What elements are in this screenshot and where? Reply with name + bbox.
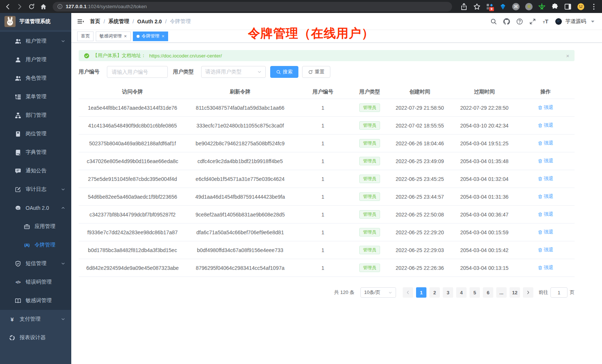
- profile-avatar[interactable]: [577, 3, 585, 10]
- sidebar-item[interactable]: 报表设计器: [0, 328, 71, 347]
- table-header: 访问令牌刷新令牌用户编号用户类型创建时间过期时间操作: [79, 85, 575, 99]
- table-row: 6d842e2924594de9a09e45e087323abe 8796295…: [79, 259, 575, 277]
- force-logout-button[interactable]: 强退: [538, 122, 553, 129]
- url-bar[interactable]: 127.0.0.1:1024/system/oauth2/token: [53, 2, 452, 11]
- force-logout-button[interactable]: 强退: [538, 140, 553, 146]
- tab-close-icon[interactable]: ×: [124, 34, 127, 39]
- force-logout-button[interactable]: 强退: [538, 104, 553, 111]
- back-icon[interactable]: [4, 3, 11, 10]
- chevron-down-icon: [61, 317, 65, 321]
- fullscreen-icon[interactable]: [529, 18, 536, 25]
- share-icon[interactable]: [460, 3, 468, 10]
- page-size-select[interactable]: 10条/页: [360, 287, 396, 298]
- sidebar-item[interactable]: (A) 令牌管理: [0, 236, 71, 254]
- user-avatar[interactable]: [555, 18, 562, 25]
- puzzle-extensions-icon[interactable]: [551, 3, 559, 10]
- force-logout-button[interactable]: 强退: [538, 246, 553, 253]
- chevron-down-icon: [388, 291, 392, 295]
- sidebar-item[interactable]: 敏感词管理: [0, 291, 71, 310]
- reload-icon[interactable]: [28, 3, 35, 10]
- create-time-cell: 2022-06-25 22:26:36: [387, 265, 452, 271]
- refresh-token-cell: 333ecfc71e02480cb11055c875c3ca0f: [186, 123, 294, 129]
- search-icon[interactable]: [490, 18, 497, 25]
- site-info-icon[interactable]: [57, 4, 63, 9]
- sidebar-item[interactable]: 应用管理: [0, 217, 71, 236]
- sidebar-item[interactable]: OAuth 2.0: [0, 199, 71, 217]
- create-time-cell: 2022-06-25 22:29:03: [387, 247, 452, 253]
- page-number-button[interactable]: 1: [416, 287, 426, 298]
- search-button[interactable]: 搜索: [270, 66, 298, 78]
- star-extension-icon[interactable]: [538, 3, 546, 10]
- sidebar-item[interactable]: 通知公告: [0, 162, 71, 180]
- extension-badge: 9: [489, 7, 494, 11]
- user-type-cell: 管理员: [352, 157, 387, 165]
- extension-grid-icon[interactable]: 9: [486, 3, 494, 10]
- bookmark-star-icon[interactable]: [473, 3, 481, 10]
- help-icon[interactable]: [516, 18, 523, 25]
- breadcrumb-item[interactable]: 系统管理 /: [108, 18, 137, 25]
- delete-icon: [538, 141, 543, 146]
- breadcrumb-item[interactable]: OAuth 2.0 /: [137, 19, 170, 24]
- breadcrumb-item[interactable]: 首页 /: [90, 18, 108, 25]
- sidebar-item[interactable]: 岗位管理: [0, 125, 71, 143]
- font-size-icon[interactable]: TT: [542, 18, 549, 25]
- sidebar-item[interactable]: </> 错误码管理: [0, 273, 71, 291]
- sidebar-item[interactable]: 租户管理: [0, 32, 71, 50]
- tab-close-icon[interactable]: ×: [162, 34, 165, 39]
- sidebar-item[interactable]: 短信管理: [0, 254, 71, 273]
- view-tab[interactable]: 首页: [77, 32, 94, 41]
- sidebar-item[interactable]: ¥ 支付管理: [0, 310, 71, 328]
- alert-close-icon[interactable]: ×: [566, 53, 569, 59]
- sidebar-item[interactable]: 部门管理: [0, 106, 71, 125]
- force-logout-button[interactable]: 强退: [538, 211, 553, 218]
- side-panel-icon[interactable]: [564, 3, 572, 10]
- command-extension-icon[interactable]: ⌘: [512, 3, 520, 10]
- home-icon[interactable]: [40, 3, 47, 10]
- column-header: 刷新令牌: [186, 89, 294, 95]
- user-id-cell: 1: [294, 194, 352, 200]
- goto-page-input[interactable]: [550, 287, 567, 298]
- sidebar-item[interactable]: 审计日志: [0, 180, 71, 199]
- tags-view: 首页 敏感词管理 × 令牌管理 ×: [71, 30, 602, 43]
- page-number-button[interactable]: 4: [456, 287, 467, 298]
- prev-page-button[interactable]: [403, 287, 413, 298]
- next-page-button[interactable]: [523, 287, 533, 298]
- page-number-button[interactable]: ...: [496, 287, 507, 298]
- user-caret-down-icon[interactable]: [589, 18, 596, 25]
- page-number-button[interactable]: 5: [470, 287, 480, 298]
- app-logo[interactable]: 芋道管理系统: [0, 13, 71, 30]
- sidebar-item[interactable]: 菜单管理: [0, 87, 71, 106]
- chevron-right-icon: [526, 290, 530, 295]
- diamond-extension-icon[interactable]: [499, 3, 507, 10]
- action-cell: 强退: [517, 140, 575, 147]
- force-logout-button[interactable]: 强退: [538, 158, 553, 164]
- collapse-sidebar-icon[interactable]: [77, 19, 84, 24]
- sidebar-item[interactable]: 字典管理: [0, 143, 71, 162]
- force-logout-button[interactable]: 强退: [538, 175, 553, 182]
- url-text: 127.0.0.1:1024/system/oauth2/token: [66, 4, 147, 9]
- user-name[interactable]: 芋道源码: [565, 18, 586, 25]
- sidebar-item[interactable]: 角色管理: [0, 69, 71, 87]
- user-type-select[interactable]: 请选择用户类型: [201, 66, 266, 78]
- menu-tree-icon: [15, 94, 21, 100]
- github-icon[interactable]: [503, 18, 510, 25]
- breadcrumb-item[interactable]: 令牌管理: [170, 18, 191, 25]
- forward-icon[interactable]: [16, 3, 23, 10]
- alert-doc-link[interactable]: https://doc.iocoder.cn/user-center/: [149, 53, 222, 59]
- view-tab[interactable]: 敏感词管理 ×: [96, 32, 131, 41]
- user-id-input[interactable]: [107, 66, 168, 78]
- browser-menu-dots-icon[interactable]: [590, 3, 598, 10]
- column-header: 过期时间: [452, 89, 517, 95]
- page-number-button[interactable]: 3: [443, 287, 453, 298]
- record-extension-icon[interactable]: [525, 3, 533, 10]
- search-icon: [276, 70, 281, 75]
- force-logout-button[interactable]: 强退: [538, 193, 553, 200]
- reset-button[interactable]: 重置: [302, 66, 330, 78]
- view-tab[interactable]: 令牌管理 ×: [133, 32, 169, 41]
- force-logout-button[interactable]: 强退: [538, 264, 553, 271]
- sidebar-item[interactable]: 用户管理: [0, 50, 71, 69]
- page-number-button[interactable]: 2: [429, 287, 440, 298]
- page-number-button[interactable]: 6: [483, 287, 493, 298]
- page-number-button[interactable]: 12: [510, 287, 520, 298]
- force-logout-button[interactable]: 强退: [538, 229, 553, 235]
